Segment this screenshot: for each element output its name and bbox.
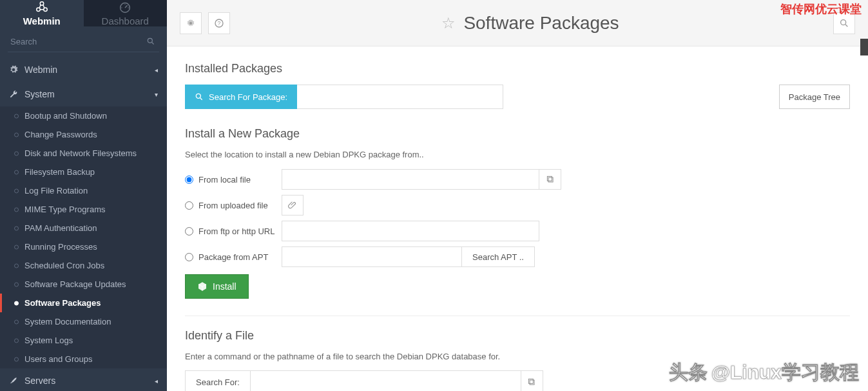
install-button-label: Install — [213, 281, 236, 292]
search-for-input[interactable] — [251, 370, 521, 391]
titlebar: ? ☆ Software Packages — [167, 0, 868, 46]
gear-icon — [186, 18, 196, 28]
upload-attach-button[interactable] — [282, 195, 304, 216]
opt-upload-radio[interactable] — [185, 201, 193, 210]
copy-icon — [546, 175, 555, 184]
package-tree-button[interactable]: Package Tree — [779, 85, 850, 109]
sidebar-item-scheduled-cron-jobs[interactable]: Scheduled Cron Jobs — [0, 256, 167, 275]
chevron-down-icon: ▾ — [155, 91, 158, 98]
opt-local-label: From local file — [198, 175, 251, 185]
sidebar-search — [0, 26, 167, 57]
help-button[interactable]: ? — [208, 12, 230, 34]
installed-packages-heading: Installed Packages — [185, 62, 850, 75]
sidebar: Webmin Dashboard Webmin ◂ System ▾ Bootu… — [0, 0, 167, 391]
config-button[interactable] — [180, 12, 202, 34]
chevron-left-icon: ◂ — [155, 377, 158, 385]
favorite-star-icon[interactable]: ☆ — [441, 14, 456, 32]
svg-point-4 — [148, 38, 152, 43]
navcat-servers-label: Servers — [24, 376, 55, 386]
sidebar-item-users-and-groups[interactable]: Users and Groups — [0, 350, 167, 368]
opt-upload-label: From uploaded file — [198, 201, 268, 210]
svg-point-1 — [37, 8, 41, 11]
sidebar-item-disk-and-network-filesystems[interactable]: Disk and Network Filesystems — [0, 144, 167, 163]
opt-url-label: From ftp or http URL — [198, 226, 275, 236]
search-icon — [195, 92, 204, 101]
opt-upload[interactable]: From uploaded file — [185, 201, 282, 210]
sidebar-tabs: Webmin Dashboard — [0, 0, 167, 26]
navcat-webmin-label: Webmin — [24, 65, 57, 75]
opt-local[interactable]: From local file — [185, 175, 282, 185]
gear-icon — [9, 65, 18, 74]
local-file-input[interactable] — [282, 169, 539, 190]
svg-rect-13 — [529, 379, 534, 383]
sidebar-item-running-processes[interactable]: Running Processes — [0, 237, 167, 256]
sidebar-item-pam-authentication[interactable]: PAM Authentication — [0, 219, 167, 237]
tab-webmin-label: Webmin — [23, 15, 61, 26]
sidebar-item-software-packages[interactable]: Software Packages — [0, 294, 167, 312]
sidebar-item-mime-type-programs[interactable]: MIME Type Programs — [0, 200, 167, 219]
sidebar-item-log-file-rotation[interactable]: Log File Rotation — [0, 181, 167, 200]
copy-icon — [527, 377, 536, 386]
opt-apt-radio[interactable] — [185, 253, 193, 261]
paperclip-icon — [288, 201, 297, 210]
side-flag[interactable] — [860, 39, 868, 55]
rocket-icon — [9, 376, 18, 385]
sidebar-item-bootup-and-shutdown[interactable]: Bootup and Shutdown — [0, 106, 167, 125]
tab-webmin[interactable]: Webmin — [0, 0, 84, 26]
opt-apt-label: Package from APT — [198, 252, 268, 262]
wrench-icon — [9, 90, 18, 99]
tab-dashboard-label: Dashboard — [102, 15, 149, 26]
page-title: Software Packages — [463, 13, 619, 34]
opt-url-radio[interactable] — [185, 227, 193, 236]
search-package-button[interactable]: Search For Package: — [185, 85, 297, 109]
watermark-bottom: 头条 @Linux学习教程 — [669, 359, 859, 386]
navcat-system-label: System — [24, 89, 55, 99]
search-for-button[interactable]: Search For: — [185, 370, 251, 391]
sidebar-item-software-package-updates[interactable]: Software Package Updates — [0, 275, 167, 294]
package-icon — [197, 281, 207, 292]
help-icon: ? — [214, 18, 224, 28]
search-package-input[interactable] — [297, 85, 503, 109]
browse-identify-button[interactable] — [521, 370, 543, 391]
search-icon[interactable] — [146, 37, 155, 48]
sidebar-item-filesystem-backup[interactable]: Filesystem Backup — [0, 163, 167, 181]
opt-url[interactable]: From ftp or http URL — [185, 226, 282, 236]
svg-rect-11 — [547, 176, 552, 181]
url-input[interactable] — [282, 221, 539, 241]
sidebar-item-system-logs[interactable]: System Logs — [0, 331, 167, 350]
search-icon — [839, 18, 849, 28]
navcat-servers[interactable]: Servers ◂ — [0, 368, 167, 391]
apt-input[interactable] — [282, 246, 462, 267]
svg-rect-10 — [548, 177, 553, 182]
search-package-label: Search For Package: — [209, 92, 287, 102]
install-new-heading: Install a New Package — [185, 127, 850, 141]
install-help-text: Select the location to install a new Deb… — [185, 150, 850, 159]
system-subnav: Bootup and ShutdownChange PasswordsDisk … — [0, 106, 167, 368]
svg-point-9 — [196, 94, 200, 98]
content: Installed Packages Search For Package: P… — [167, 46, 868, 391]
identify-heading: Identify a File — [185, 329, 850, 343]
navcat-webmin[interactable]: Webmin ◂ — [0, 57, 167, 82]
sidebar-item-system-documentation[interactable]: System Documentation — [0, 312, 167, 331]
tab-dashboard[interactable]: Dashboard — [84, 0, 168, 26]
main: ? ☆ Software Packages Installed Packages… — [167, 0, 868, 391]
chevron-left-icon: ◂ — [155, 66, 158, 74]
opt-local-radio[interactable] — [185, 175, 193, 184]
svg-point-2 — [44, 8, 48, 11]
navcat-system[interactable]: System ▾ — [0, 82, 167, 106]
dashboard-icon — [118, 0, 132, 14]
svg-point-8 — [841, 19, 846, 25]
svg-rect-12 — [530, 380, 535, 385]
search-apt-button[interactable]: Search APT .. — [462, 246, 535, 267]
sidebar-search-input[interactable] — [8, 32, 159, 52]
svg-text:?: ? — [218, 20, 221, 26]
webmin-logo-icon — [35, 0, 49, 14]
watermark-top: 智传网优云课堂 — [780, 1, 862, 17]
install-button[interactable]: Install — [185, 274, 249, 299]
browse-file-button[interactable] — [539, 169, 561, 190]
sidebar-item-change-passwords[interactable]: Change Passwords — [0, 125, 167, 144]
opt-apt[interactable]: Package from APT — [185, 252, 282, 262]
